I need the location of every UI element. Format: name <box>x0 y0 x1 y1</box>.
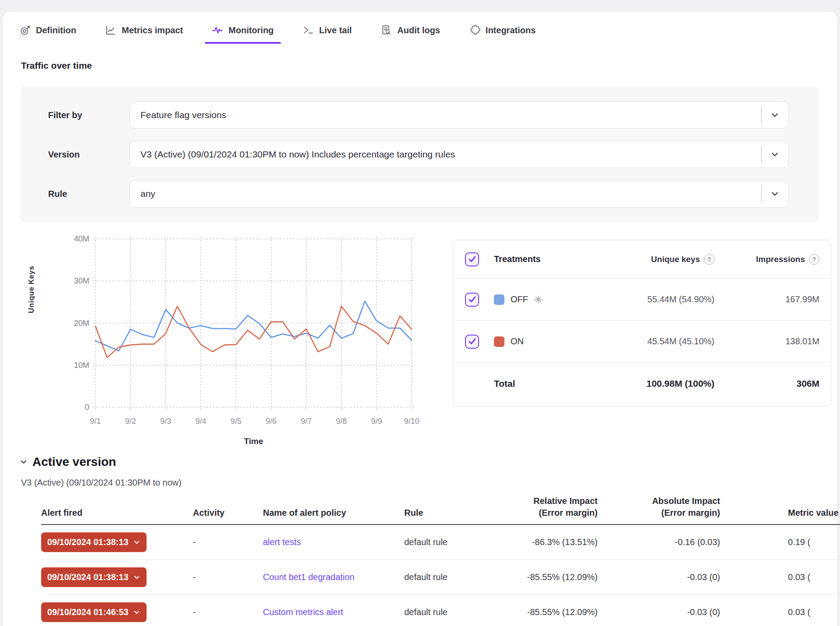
treatment-color-swatch <box>494 336 504 347</box>
svg-text:9/5: 9/5 <box>231 417 242 426</box>
tab-definition[interactable]: Definition <box>18 17 78 43</box>
unique-keys-help-icon[interactable]: ? <box>704 254 714 265</box>
alert-row: 09/10/2024 01:38:13-alert testsdefault r… <box>41 525 840 560</box>
active-version-toggle[interactable]: Active version <box>19 455 116 469</box>
treatment-row-off: OFF55.44M (54.90%)167.99M <box>454 279 831 321</box>
tab-live-tail[interactable]: Live tail <box>301 17 354 43</box>
select-value: any <box>130 189 761 199</box>
rule-select[interactable]: any <box>130 180 788 207</box>
treatment-name: OFF <box>511 294 528 304</box>
col-relative-line2: (Error margin) <box>497 507 598 519</box>
alert-fired-time: 09/10/2024 01:38:13 <box>47 537 129 547</box>
alert-rule: default rule <box>404 607 497 617</box>
treatment-unique-keys: 55.44M (54.90%) <box>574 294 714 304</box>
treatments-column-label: Treatments <box>494 254 574 264</box>
alert-row: 09/10/2024 01:46:53-Custom metrics alert… <box>41 595 840 626</box>
chevron-down-icon <box>133 539 140 546</box>
chevron-down-icon <box>133 574 140 581</box>
treatment-impressions: 167.99M <box>714 294 819 304</box>
total-impressions: 306M <box>714 378 819 389</box>
version-select[interactable]: V3 (Active) (09/01/2024 01:30PM to now) … <box>130 141 788 168</box>
alert-metric-value: 0.03 ( <box>720 607 840 617</box>
y-axis-title: Unique Keys <box>27 266 36 313</box>
tab-label: Live tail <box>319 25 352 35</box>
tab-integrations[interactable]: Integrations <box>467 17 537 43</box>
col-absolute-line1: Absolute Impact <box>598 495 720 507</box>
alert-policy-link[interactable]: Count bet1 degradation <box>263 572 354 582</box>
treatments-select-all-checkbox[interactable] <box>465 252 479 266</box>
treatment-unique-keys: 45.54M (45.10%) <box>574 336 714 346</box>
alert-fired-time: 09/10/2024 01:46:53 <box>47 607 129 617</box>
treatments-total-row: Total 100.98M (100%) 306M <box>454 363 831 405</box>
alert-policy-link[interactable]: Custom metrics alert <box>263 607 343 617</box>
svg-text:9/1: 9/1 <box>90 417 101 426</box>
filter-label: Rule <box>48 189 130 199</box>
col-activity: Activity <box>193 507 263 519</box>
treatment-checkbox[interactable] <box>465 335 479 349</box>
traffic-chart: 010M20M30M40M9/19/29/39/49/59/69/79/89/9… <box>60 232 423 453</box>
svg-text:30M: 30M <box>74 276 89 285</box>
impressions-help-icon[interactable]: ? <box>809 254 819 265</box>
tab-monitoring[interactable]: Monitoring <box>210 17 275 43</box>
unique-keys-column-label: Unique keys ? <box>574 254 714 265</box>
alert-relative-impact: -85.55% (12.09%) <box>497 607 598 617</box>
impressions-text: Impressions <box>756 255 805 264</box>
svg-text:9/6: 9/6 <box>266 417 276 426</box>
chevron-down-icon <box>133 609 140 616</box>
tab-metrics-impact[interactable]: Metrics impact <box>103 17 185 43</box>
treatment-checkbox[interactable] <box>465 293 479 307</box>
alert-fired-time: 09/10/2024 01:38:13 <box>47 572 129 582</box>
svg-text:0: 0 <box>85 403 89 412</box>
filter-label: Version <box>48 150 130 160</box>
select-value: Feature flag versions <box>130 110 761 120</box>
total-unique-keys: 100.98M (100%) <box>574 378 714 389</box>
treatment-name: ON <box>511 336 524 346</box>
live-tail-icon <box>303 24 314 36</box>
col-relative-impact: Relative Impact (Error margin) <box>497 495 598 519</box>
alert-metric-value: 0.03 ( <box>720 572 840 582</box>
total-label: Total <box>494 378 574 389</box>
metrics-impact-icon <box>105 24 116 36</box>
svg-text:20M: 20M <box>74 319 89 328</box>
monitoring-icon <box>212 24 223 36</box>
tab-label: Integrations <box>486 25 536 35</box>
main-card: DefinitionMetrics impactMonitoringLive t… <box>3 11 837 626</box>
tab-audit-logs[interactable]: Audit logs <box>379 17 442 43</box>
alert-activity: - <box>193 572 263 582</box>
treatment-impressions: 138.01M <box>714 336 819 346</box>
alert-fired-badge[interactable]: 09/10/2024 01:38:13 <box>41 532 147 552</box>
chevron-down-icon <box>19 458 28 466</box>
impressions-column-label: Impressions ? <box>714 254 819 265</box>
tab-bar: DefinitionMetrics impactMonitoringLive t… <box>18 17 537 43</box>
treatments-header-row: Treatments Unique keys ? Impressions ? <box>454 240 831 279</box>
alert-row: 09/10/2024 01:38:13-Count bet1 degradati… <box>41 560 840 595</box>
svg-text:Time: Time <box>244 437 263 446</box>
alert-activity: - <box>193 607 263 617</box>
tab-label: Metrics impact <box>122 25 183 35</box>
check-icon <box>468 337 476 346</box>
tab-label: Audit logs <box>397 25 440 35</box>
default-treatment-icon <box>534 295 542 304</box>
svg-text:40M: 40M <box>74 234 89 243</box>
filter-by-select[interactable]: Feature flag versions <box>130 101 788 129</box>
alert-activity: - <box>193 537 263 547</box>
alert-fired-badge[interactable]: 09/10/2024 01:46:53 <box>41 602 147 622</box>
col-metric-value: Metric value (basel <box>720 507 840 519</box>
active-version-subtitle: V3 (Active) (09/10/2024 01:30PM to now) <box>21 478 182 488</box>
svg-text:9/8: 9/8 <box>336 417 347 426</box>
unique-keys-text: Unique keys <box>651 255 700 264</box>
chevron-down-icon <box>762 150 788 159</box>
treatment-row-on: ON45.54M (45.10%)138.01M <box>454 321 831 363</box>
treatments-table: Treatments Unique keys ? Impressions ? O… <box>453 240 831 407</box>
alert-absolute-impact: -0.16 (0.03) <box>598 537 720 547</box>
col-policy: Name of alert policy <box>263 507 404 519</box>
definition-icon <box>19 24 31 36</box>
alert-fired-badge[interactable]: 09/10/2024 01:38:13 <box>41 567 147 587</box>
alert-policy-link[interactable]: alert tests <box>263 537 301 547</box>
alert-rule: default rule <box>404 537 497 547</box>
filter-row-rule: Ruleany <box>48 180 790 207</box>
col-alert-fired: Alert fired <box>41 507 193 519</box>
filter-row-version: VersionV3 (Active) (09/01/2024 01:30PM t… <box>48 141 790 168</box>
col-relative-line1: Relative Impact <box>497 495 598 507</box>
svg-text:9/3: 9/3 <box>160 417 171 426</box>
